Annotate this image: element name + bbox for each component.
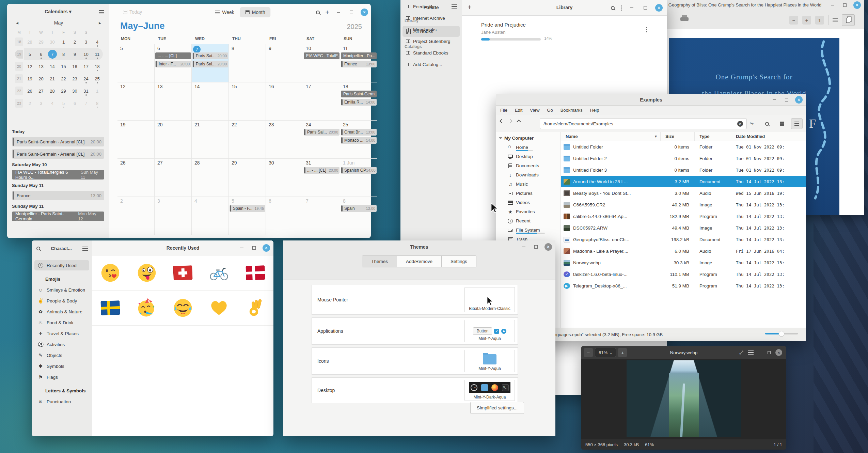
emoji-zany-face[interactable] <box>128 255 164 291</box>
mini-day-cell[interactable]: 12 <box>24 60 35 73</box>
hamburger-menu-icon[interactable] <box>99 12 104 13</box>
file-row[interactable]: Untitled Folder 3 0 items Folder Tue 01 … <box>561 164 806 176</box>
minimize-button[interactable] <box>628 4 635 12</box>
sidebar-category-item[interactable]: ✈ Travel & Places <box>34 328 89 339</box>
close-icon[interactable]: × <box>795 96 803 104</box>
mini-day-cell[interactable]: 18 <box>92 60 103 73</box>
menu-item[interactable]: View <box>530 108 539 113</box>
mini-day-cell[interactable]: 20 <box>15 62 23 71</box>
emoji-face-blowing-a-kiss[interactable] <box>92 255 128 291</box>
sidebar-place-item[interactable]: Recent <box>496 216 561 225</box>
up-icon[interactable] <box>517 120 521 124</box>
book-options-icon[interactable] <box>646 29 647 30</box>
minimize-button[interactable] <box>520 243 527 251</box>
mini-day-cell[interactable]: 6 <box>35 48 47 60</box>
maximize-button[interactable] <box>841 1 849 9</box>
mini-day-cell[interactable]: 13 <box>35 60 47 73</box>
zoom-out-button[interactable]: − <box>789 16 798 25</box>
calendar-event-pill[interactable]: ... - ... [CL] <box>155 52 191 59</box>
mini-day-cell[interactable]: 8 <box>92 97 103 109</box>
calendar-event-pill[interactable]: Paris Sai... 20:00 <box>192 52 228 59</box>
file-row[interactable]: Untitled Folder 2 0 items Folder Tue 01 … <box>561 153 806 164</box>
tab-add-remove[interactable]: Add/Remove <box>397 256 442 267</box>
sidebar-place-item[interactable]: Favorites <box>496 207 561 216</box>
zoom-slider[interactable] <box>765 333 798 334</box>
calendar-day-cell[interactable]: 28 <box>192 159 229 197</box>
mini-day-cell[interactable]: 17 <box>80 60 92 73</box>
minimize-button[interactable] <box>829 1 836 9</box>
agenda-item[interactable]: Sunday May 11 <box>12 183 104 188</box>
calendar-event-pill[interactable]: Paris Sai... 20:00 <box>192 61 228 67</box>
calendar-day-cell[interactable]: 24 <box>303 121 340 159</box>
file-row[interactable]: Around the World in 28 L... 3.2 MB Docum… <box>561 176 806 187</box>
calendar-event-pill[interactable]: Paris Sai... 20:00 <box>304 129 340 136</box>
calendar-day-cell[interactable]: 1 Jun <box>340 159 377 197</box>
sidebar-item-catalog[interactable]: Feedbooks <box>403 1 464 12</box>
book-list-item[interactable]: Pride and Prejudice Jane Austen 14% <box>462 16 667 57</box>
search-icon[interactable] <box>316 11 320 14</box>
emoji-flag-denmark[interactable] <box>237 255 273 291</box>
mini-day-cell[interactable]: 16 <box>69 60 80 73</box>
mini-day-cell[interactable]: 21 <box>47 73 58 85</box>
kebab-menu-icon[interactable] <box>621 7 622 9</box>
calendar-event-pill[interactable]: Great Br... 13:00 <box>341 129 377 136</box>
sidebar-item-catalog[interactable]: Standard Ebooks <box>403 48 464 58</box>
dual-page-button[interactable] <box>842 14 855 26</box>
calendar-day-cell[interactable]: 5 <box>229 197 266 235</box>
calendar-day-cell[interactable]: 22 <box>229 121 266 159</box>
mini-day-cell[interactable]: 11 <box>92 48 103 60</box>
calendar-event-pill[interactable]: FIA WEC - TotalE... <box>304 52 340 59</box>
print-icon[interactable] <box>680 15 689 22</box>
tab-settings[interactable]: Settings <box>442 256 476 267</box>
mini-day-cell[interactable]: 27 <box>35 85 47 97</box>
calendar-day-cell[interactable]: 2 <box>117 197 155 235</box>
calendar-day-cell[interactable]: 30 <box>266 159 303 197</box>
mini-day-cell[interactable]: 9 <box>69 48 80 60</box>
calendar-day-cell[interactable]: 15 <box>229 82 266 121</box>
themes-titlebar[interactable]: Themes × <box>283 240 555 253</box>
maximize-button[interactable] <box>250 244 258 252</box>
close-icon[interactable]: × <box>545 243 552 251</box>
file-row[interactable]: Norway.webp 30.3 kB Image Thu 14 Jul 202… <box>561 257 806 268</box>
calendar-day-cell[interactable]: 5 <box>117 44 155 82</box>
calendar-day-cell[interactable]: 8 <box>340 197 377 235</box>
sidebar-category-item[interactable]: ✎ Objects <box>34 350 89 360</box>
mini-day-cell[interactable]: 23 <box>15 99 23 108</box>
icons-theme-button[interactable]: Mint-Y-Aqua <box>464 350 515 372</box>
mini-day-cell[interactable]: 8 <box>58 48 69 60</box>
calendar-day-cell[interactable]: 4 <box>192 197 229 235</box>
prev-month-icon[interactable]: ◂ <box>16 20 18 26</box>
continuous-view-icon[interactable] <box>833 18 838 22</box>
search-icon[interactable] <box>611 6 615 10</box>
mini-day-cell[interactable]: 18 <box>15 37 23 46</box>
calendar-day-cell[interactable]: 26 <box>117 159 155 197</box>
search-button[interactable] <box>761 118 773 129</box>
mini-day-cell[interactable]: 2 <box>24 97 35 109</box>
mini-day-cell[interactable]: 15 <box>58 60 69 73</box>
mini-day-cell[interactable]: 29 <box>35 36 47 48</box>
calendar-day-cell[interactable]: 23 <box>266 121 303 159</box>
week-view-button[interactable]: Week <box>209 7 240 17</box>
sidebar-place-item[interactable]: Videos <box>496 198 561 207</box>
sidebar-place-item[interactable]: Downloads <box>496 170 561 179</box>
mini-day-cell[interactable]: 4 <box>47 97 58 109</box>
mini-day-cell[interactable]: 3 <box>80 36 92 48</box>
calendar-event-pill[interactable]: France 13:00 <box>341 61 377 67</box>
sidebar-place-item[interactable]: File System <box>496 225 561 235</box>
column-type[interactable]: Type <box>695 132 731 141</box>
sidebar-category-item[interactable]: Emojis <box>34 274 89 284</box>
forward-icon[interactable] <box>508 119 512 123</box>
calendar-day-cell[interactable]: 20 <box>155 121 192 159</box>
fullscreen-icon[interactable]: ⤢ <box>739 349 743 356</box>
agenda-item[interactable]: Paris Saint-Germain - Arsenal [CL] 20:00 <box>12 149 104 159</box>
sidebar-place-item[interactable]: Desktop <box>496 152 561 161</box>
mini-day-cell[interactable]: 5 <box>58 97 69 109</box>
maximize-button[interactable] <box>642 4 649 12</box>
calendar-day-cell[interactable]: 9 <box>266 44 303 82</box>
calendar-day-cell[interactable]: 13 <box>155 82 192 121</box>
sidebar-category-item[interactable]: ♨ Food & Drink <box>34 317 89 328</box>
calendar-day-cell[interactable]: 19 <box>117 121 155 159</box>
mini-day-cell[interactable]: 28 <box>47 85 58 97</box>
mini-day-cell[interactable]: 2 <box>69 36 80 48</box>
icon-view-button[interactable] <box>776 118 788 129</box>
